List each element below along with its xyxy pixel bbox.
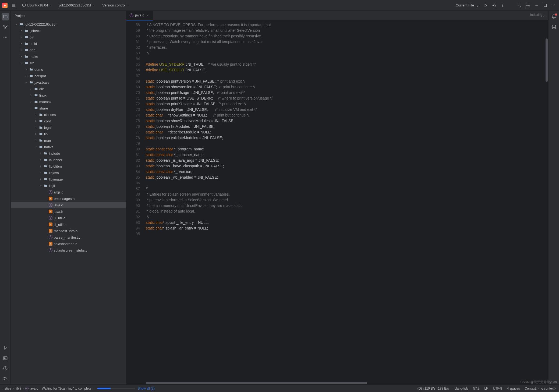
tree-chevron[interactable] [24,80,28,84]
vertical-scrollbar[interactable] [545,20,548,381]
breadcrumbs[interactable]: native›libjli›Cjava.c [3,387,38,390]
indent-setting[interactable]: 4 spaces [507,387,520,390]
maximize-button[interactable] [542,2,548,8]
project-selector[interactable]: jdk12-06222165c35f [57,2,97,8]
terminal-tool-button[interactable] [2,354,9,362]
tree-item[interactable]: lib [11,131,126,137]
tree-item[interactable]: Cparse_manifest.c [11,234,126,241]
tree-item[interactable]: build [11,40,126,47]
tree-chevron[interactable] [39,171,43,175]
tree-item[interactable]: Cjava.c [11,202,126,208]
scrollbar-thumb[interactable] [146,382,367,384]
close-button[interactable] [551,2,557,8]
version-control-menu[interactable]: Version control [100,2,132,8]
tree-chevron[interactable] [29,93,33,97]
minimize-button[interactable] [534,2,540,8]
tree-chevron[interactable] [19,55,23,58]
tree-chevron[interactable] [19,61,23,65]
tree-item[interactable]: make [11,53,126,60]
tree-item[interactable]: native [11,144,126,150]
line-ending[interactable]: LF [484,387,488,390]
tree-item[interactable]: .jcheck [11,27,126,34]
tree-item[interactable]: Cjli_util.c [11,215,126,221]
database-tool-button[interactable] [550,23,558,31]
tree-item[interactable]: src [11,60,126,66]
tree-item[interactable]: conf [11,118,126,124]
tree-item[interactable]: linux [11,92,126,98]
tree-chevron[interactable] [39,177,43,181]
scrollbar-thumb[interactable] [546,38,548,82]
tree-chevron[interactable] [19,35,23,39]
tree-item[interactable]: jdk12-06222165c35f [11,21,126,27]
run-tool-button[interactable] [2,344,9,352]
tree-item[interactable]: doc [11,47,126,53]
tree-item[interactable]: hjava.h [11,208,126,215]
tree-chevron[interactable] [24,68,28,71]
more-actions-icon[interactable] [500,2,506,8]
editor-tab[interactable]: C java.c [126,11,153,20]
cursor-position[interactable]: 57:3 [473,387,479,390]
tree-chevron[interactable] [34,145,38,149]
tree-item[interactable]: include [11,150,126,157]
tree-item[interactable]: aix [11,86,126,92]
tree-item[interactable]: bin [11,34,126,40]
tree-item[interactable]: launcher [11,157,126,163]
tree-item[interactable]: hmanifest_info.h [11,228,126,234]
file-encoding[interactable]: UTF-8 [493,387,502,390]
project-tool-button[interactable] [2,13,9,20]
tree-item[interactable]: libjli [11,182,126,189]
notifications-button[interactable] [550,13,558,20]
tree-item[interactable]: java.base [11,79,126,86]
context-status[interactable]: Context: <no context> [525,387,556,390]
tree-item[interactable]: hemessages.h [11,195,126,202]
tree-item[interactable]: man [11,137,126,144]
tree-item[interactable]: share [11,105,126,111]
structure-tool-button[interactable] [2,23,9,31]
debug-button[interactable] [491,2,497,8]
settings-icon[interactable] [525,2,531,8]
tree-chevron[interactable] [19,48,23,52]
hamburger-icon[interactable] [11,2,17,8]
tree-item[interactable]: classes [11,111,126,118]
show-all-link[interactable]: Show all (2) [138,387,155,390]
tree-item[interactable]: libjava [11,169,126,176]
tree-chevron[interactable] [39,151,43,155]
tree-item[interactable]: libfdlibm [11,163,126,169]
tree-item[interactable]: hotspot [11,73,126,79]
breadcrumb-item[interactable]: native [3,387,11,390]
tree-item[interactable]: hjli_util.h [11,221,126,228]
search-icon[interactable] [516,2,522,8]
tree-chevron[interactable] [15,22,18,26]
tree-chevron[interactable] [29,100,33,104]
tree-item[interactable]: Cargs.c [11,189,126,195]
tree-item[interactable]: demo [11,66,126,73]
code-editor[interactable]: 5859606162636465666768697071727374757677… [126,20,548,381]
tree-item[interactable]: hsplashscreen.h [11,241,126,247]
breadcrumb-item[interactable]: libjli [16,387,21,390]
tree-chevron[interactable] [34,132,38,136]
clang-tidy-status[interactable]: .clang-tidy [454,387,468,390]
tree-chevron[interactable] [34,139,38,142]
tree-chevron[interactable] [29,106,33,110]
tree-chevron[interactable] [19,29,23,33]
tree-chevron[interactable] [39,184,43,188]
project-tree[interactable]: jdk12-06222165c35f.jcheckbinbuilddocmake… [11,20,126,384]
tree-item[interactable]: libjimage [11,176,126,182]
tree-chevron[interactable] [39,164,43,168]
tree-chevron[interactable] [39,158,43,162]
problems-tool-button[interactable] [2,365,9,372]
tree-item[interactable]: legal [11,124,126,131]
tree-chevron[interactable] [34,119,38,123]
run-button[interactable] [483,2,489,8]
tree-chevron[interactable] [34,126,38,129]
breadcrumb-item[interactable]: java.c [30,387,38,390]
tree-item[interactable]: Csplashscreen_stubs.c [11,247,126,253]
close-tab-icon[interactable] [146,13,150,17]
editor-code[interactable]: * A NOTE TO DEVELOPERS: For performance … [143,20,545,381]
tree-chevron[interactable] [24,74,28,78]
tree-chevron[interactable] [19,42,23,45]
more-tool-button[interactable] [2,33,9,41]
tree-item[interactable]: macosx [11,98,126,105]
tree-chevron[interactable] [29,87,33,91]
vcs-tool-button[interactable] [2,375,9,382]
